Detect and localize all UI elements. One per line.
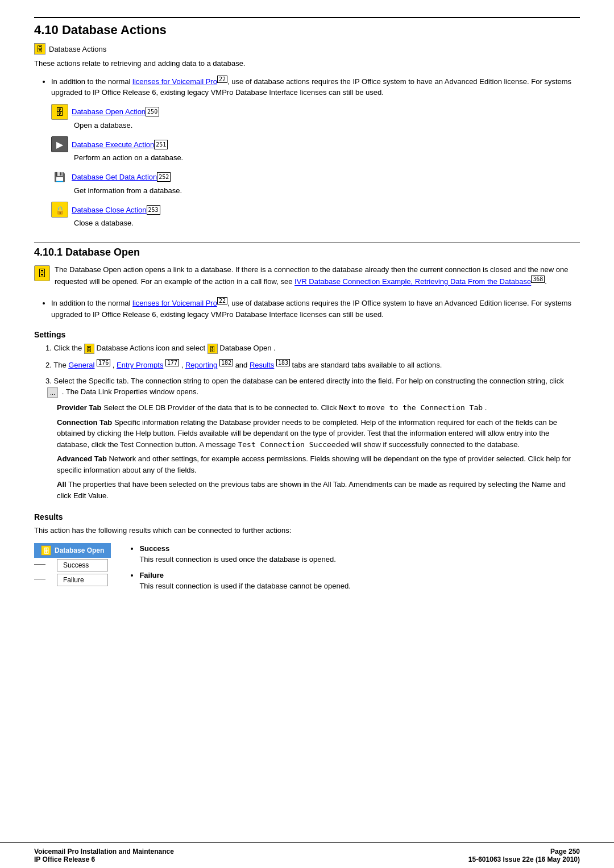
flow-main-label: Database Open [55,546,104,554]
4101-bullet1-pre: In addition to the normal [51,299,132,307]
licenses-link-2[interactable]: licenses for Voicemail Pro [132,299,217,307]
results-intro: This action has the following results wh… [34,525,580,536]
section-410-intro: These actions relate to retrieving and a… [34,58,580,69]
db-actions-icon: 🗄 [34,43,45,55]
section-4101-title: 4.10.1 Database Open [34,243,580,258]
all-tab-item: All The properties that have been select… [57,479,580,501]
connection-tab-desc: Specific information relating the Databa… [57,418,557,449]
db-actions-icon-label: Database Actions [49,45,106,53]
db-exec-desc: Perform an action on a database. [74,152,580,164]
db-exec-icon: ▶ [51,136,68,152]
db-get-action-link[interactable]: Database Get Data Action [72,172,157,183]
flow-db-open-icon: 🗄 [41,545,51,556]
db-actions-inline-icon: 🗄 [84,344,94,354]
entry-prompts-link[interactable]: Entry Prompts [117,361,163,369]
result-failure-item: Failure This result connection is used i… [139,570,350,592]
provider-tab-desc: Select the OLE DB Provider of the data t… [103,403,487,412]
advanced-tab-desc: Network and other settings, for example … [57,454,571,474]
flow-failure-row: Failure [34,573,108,586]
step1-end: . [273,344,276,352]
settings-step2: 2. The General 176 , Entry Prompts 177 ,… [45,358,580,371]
db-close-ref: 253 [147,205,160,215]
db-open-inline-icon: 🗄 [208,344,218,354]
list-item-db-close: 🔒 Database Close Action 253 Close a data… [51,202,580,229]
results-box: 🗄 Database Open Success Failure Success … [34,543,580,596]
db-action-items-list: 🗄 Database Open Action 250 Open a databa… [51,104,580,229]
step2-label: 2. The [45,361,68,369]
section-410-bullet1: In addition to the normal licenses for V… [51,75,580,98]
section-4101-bullets: In addition to the normal licenses for V… [51,297,580,320]
ivr-ref: 368 [531,276,545,283]
all-tab-title: All [57,480,67,489]
footer-left: Voicemail Pro Installation and Maintenan… [34,848,174,863]
footer-right: Page 250 15-601063 Issue 22e (16 May 201… [468,848,580,863]
result-failure-desc: This result connection is used if the da… [139,582,350,590]
step1-icon1-label: Database Actions icon [97,344,170,352]
results-title: Results [34,512,580,521]
result-success-label: Success [139,543,350,554]
reporting-ref: 182 [219,359,233,366]
db-close-desc: Close a database. [74,218,580,229]
db-open-action-link[interactable]: Database Open Action [72,106,146,118]
section-410-title: 4.10 Database Actions [34,17,580,37]
step1-pre: Click the [53,344,84,352]
db-get-desc: Get information from a database. [74,185,580,197]
db-open-icon: 🗄 [51,104,68,120]
results-flow-diagram: 🗄 Database Open Success Failure [34,543,111,586]
list-item-db-exec: ▶ Database Execute Action 251 Perform an… [51,136,580,164]
footer-doc-title: Voicemail Pro Installation and Maintenan… [34,848,174,856]
page-wrapper: 4.10 Database Actions 🗄 Database Actions… [0,0,614,868]
general-tab-link[interactable]: General [68,361,94,369]
reporting-link[interactable]: Reporting [185,361,217,369]
entry-prompts-ref: 177 [165,359,179,366]
db-get-icon: 💾 [51,169,68,185]
advanced-tab-item: Advanced Tab Network and other settings,… [57,453,580,475]
db-exec-action-link[interactable]: Database Execute Action [72,139,154,151]
all-tab-desc: The properties that have been selected o… [57,480,566,500]
licenses-link-1[interactable]: licenses for Voicemail Pro [132,77,217,86]
results-link[interactable]: Results [250,361,274,369]
result-failure-label: Failure [139,570,350,581]
section-4101-bullet1: In addition to the normal licenses for V… [51,297,580,320]
section-4101-intro-text: The Database Open action opens a link to… [55,264,580,287]
db-close-action-link[interactable]: Database Close Action [72,205,147,216]
page-footer: Voicemail Pro Installation and Maintenan… [0,842,614,868]
db-exec-ref: 251 [154,140,168,149]
provider-tab-item: Provider Tab Select the OLE DB Provider … [57,402,580,414]
general-ref: 176 [97,359,110,366]
footer-release: IP Office Release 6 [34,856,174,863]
db-open-ref: 250 [146,107,159,116]
step2-end: tabs are standard tabs available to all … [292,361,442,369]
db-close-icon: 🔒 [51,202,68,218]
ref-22-1: 22 [217,76,227,83]
db-open-section-icon: 🗄 [34,265,50,281]
step3-end: . The Data Link Properties window opens. [62,387,198,396]
db-actions-icon-line: 🗄 Database Actions [34,43,580,55]
result-success-item: Success This result connection is used o… [139,543,350,565]
flow-failure-node: Failure [57,574,108,586]
list-item-db-get: 💾 Database Get Data Action 252 Get infor… [51,169,580,197]
advanced-tab-title: Advanced Tab [57,454,107,463]
settings-steps: 1. Click the 🗄 Database Actions icon and… [45,343,580,501]
connection-tab-item: Connection Tab Specific information rela… [57,417,580,450]
provider-tab-title: Provider Tab [57,403,102,412]
provider-tabs-list: Provider Tab Select the OLE DB Provider … [57,402,580,501]
results-list: Success This result connection is used o… [139,543,350,596]
flow-node-db-open: 🗄 Database Open [34,543,111,558]
flow-success-row: Success [34,558,108,571]
footer-page-number: Page 250 [468,848,580,856]
settings-step1: 1. Click the 🗄 Database Actions icon and… [45,343,580,354]
intro-end: . [545,278,547,286]
db-get-ref: 252 [157,172,171,182]
result-success-desc: This result connection is used once the … [139,555,335,564]
dots-button[interactable]: ... [47,387,58,398]
step1-label: 1. [45,344,53,352]
connection-tab-title: Connection Tab [57,418,112,427]
flow-success-node: Success [57,559,108,571]
db-open-desc: Open a database. [74,120,580,131]
ivr-link[interactable]: IVR Database Connection Example, Retriev… [294,278,531,286]
flow-results-container: Success Failure [34,558,111,586]
bullet1-text-pre: In addition to the normal [51,77,132,86]
step3-text: Select the Specific tab. The connection … [53,377,563,385]
settings-title: Settings [34,330,580,339]
